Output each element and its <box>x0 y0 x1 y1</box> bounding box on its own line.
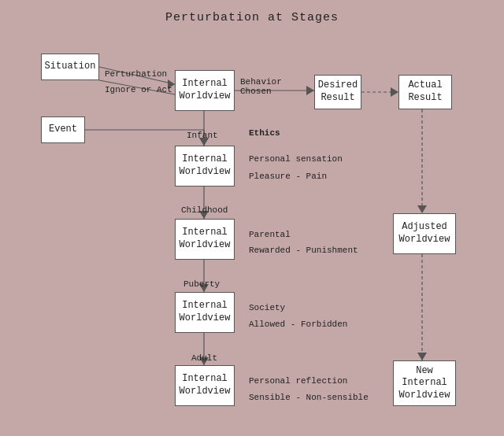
svg-marker-7 <box>306 86 314 95</box>
allowed-forbidden-label: Allowed - Forbidden <box>249 320 347 329</box>
pleasure-pain-label: Pleasure - Pain <box>249 172 327 181</box>
ethics-label ethics-bold: Ethics <box>249 128 280 138</box>
worldview3-box: InternalWorldview <box>175 219 235 260</box>
situation-box: Situation <box>41 54 99 80</box>
perturbation-label: Perturbation <box>105 69 167 79</box>
page-title: Perturbation at Stages <box>0 0 504 24</box>
worldview4-box: InternalWorldview <box>175 292 235 333</box>
infant-label: Infant <box>187 131 218 140</box>
personal-sensation-label: Personal sensation <box>249 154 343 164</box>
event-box: Event <box>41 116 85 143</box>
worldview1-box: InternalWorldview <box>175 70 235 111</box>
svg-marker-9 <box>391 87 398 97</box>
puberty-label: Puberty <box>183 279 220 289</box>
ignore-or-act-label: Ignore or Act <box>105 85 172 94</box>
desired-result-box: DesiredResult <box>314 75 361 109</box>
parental-label: Parental <box>249 230 291 239</box>
personal-reflection-label: Personal reflection <box>249 376 347 386</box>
svg-marker-13 <box>417 353 427 360</box>
worldview5-box: InternalWorldview <box>175 365 235 406</box>
new-internal-worldview-box: NewInternalWorldview <box>393 360 456 406</box>
society-label: Society <box>249 303 285 312</box>
adjusted-worldview-box: AdjustedWorldview <box>393 213 456 254</box>
sensible-non-label: Sensible - Non-sensible <box>249 393 369 402</box>
worldview2-box: InternalWorldview <box>175 146 235 187</box>
svg-marker-11 <box>417 205 427 213</box>
behavior-chosen-label: BehaviorChosen <box>240 77 282 96</box>
childhood-label: Childhood <box>181 205 228 215</box>
rewarded-punishment-label: Rewarded - Punishment <box>249 246 358 255</box>
actual-result-box: ActualResult <box>398 75 452 109</box>
adult-label: Adult <box>191 353 217 363</box>
